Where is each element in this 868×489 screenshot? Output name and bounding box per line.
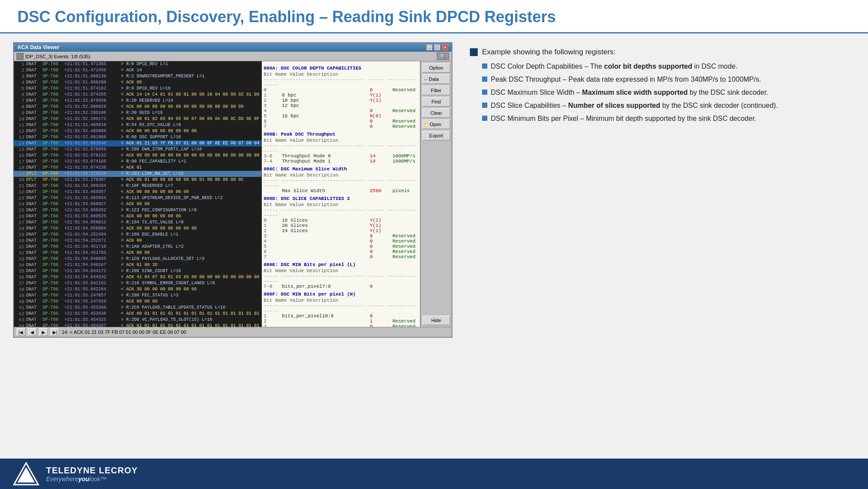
titlebar-buttons[interactable]: _ □ × (426, 44, 448, 50)
detail-section-title: 006B: Peak DSC Throughput (264, 132, 418, 137)
detail-data-row: Max Slice Width 2560 pixels (264, 188, 418, 193)
nav-prev-button[interactable]: ◀ (28, 328, 37, 336)
table-row[interactable]: 5 DNAT DP-T60 +21:01:51.874182 > R:0 DPC… (14, 86, 261, 92)
table-row[interactable]: 22 DNAT DP-T60 +21:01:53.469357 < ACK 00… (14, 189, 261, 195)
data-list-panel[interactable]: 1 DNAT DP-T60 +21:01:51.471383 > R:0 DPC… (14, 61, 262, 327)
table-row[interactable]: 39 DNAT DP-T60 +21:01:55.247857 > R:280 … (14, 293, 261, 299)
table-row[interactable]: 29 DNAT DP-T60 +21:01:54.252494 > R:160 … (14, 232, 261, 238)
folder-icon: 📁 (424, 122, 429, 127)
left-panel: ACA Data Viewer _ □ × |DP_DSC_3| Events:… (13, 42, 452, 479)
bullet-2: Peak DSC Throughput – Peak data rate exp… (482, 74, 846, 85)
detail-data-row: 3 12 bpc (264, 103, 418, 108)
detail-data-row: 6 0 Reserved (264, 249, 418, 254)
option-button[interactable]: Option (422, 63, 450, 73)
table-row[interactable]: 20 DPLT DP-T60 +21:01:53.270307 < ACK 06… (14, 177, 261, 183)
bullet-5: DSC Minimum Bits per Pixel – Minimum bit… (482, 113, 846, 124)
detail-data-row: 7-4 Throughput Mode 1 14 1000MP/s (264, 159, 418, 164)
detail-separator: ----- ----------------------------- ----… (264, 143, 418, 153)
table-row[interactable]: 35 DNAT DP-T60 +21:01:54.844172 > R:200 … (14, 268, 261, 274)
page-header: DSC Configuration, Discovery, Enabling –… (0, 0, 868, 33)
table-row[interactable]: 2 DNAT DP-T60 +21:01:51.471456 > ACK 14 (14, 67, 261, 73)
table-row[interactable]: 32 DNAT DP-T60 +21:01:54.451703 < ACK 00… (14, 250, 261, 256)
sub-bullet-icon-1 (482, 63, 487, 69)
table-row[interactable]: 38 DNAT DP-T60 +21:01:55.042264 < ACK 30… (14, 286, 261, 293)
table-row[interactable]: 25 DNAT DP-T60 +21:01:53.860452 > R:123 … (14, 207, 261, 213)
detail-data-row: 1 8 bpc Y(1) (264, 93, 418, 98)
bullet-3: DSC Maximum Slice Width – Maximum slice … (482, 87, 846, 98)
table-row[interactable]: 14 DNAT DP-T60 +21:01:52.682640 < ACK 01… (14, 140, 261, 146)
table-row[interactable]: 15 DNAT DP-T60 +21:01:52.878059 > R:200 … (14, 146, 261, 153)
open-button[interactable]: 📁 Open (422, 120, 450, 129)
nav-play-button[interactable]: ▶ (39, 328, 48, 336)
detail-separator: ----- ----------------------------- ----… (264, 303, 418, 313)
data-button[interactable]: ← Data (422, 74, 450, 84)
detail-data-row: 7 0 Reserved (264, 124, 418, 129)
table-row[interactable]: 31 DNAT DP-T60 +21:01:54.451710 > R:1A0 … (14, 244, 261, 250)
table-row[interactable]: 37 DNAT DP-T60 +21:01:55.042191 > R:210 … (14, 280, 261, 286)
table-row[interactable]: 17 DNAT DP-T60 +21:01:53.074166 > R:90 F… (14, 159, 261, 165)
export-button[interactable]: Export (422, 131, 450, 140)
minimize-button[interactable]: _ (426, 44, 432, 50)
table-row[interactable]: 26 DNAT DP-T60 +21:01:53.860525 < ACK 00… (14, 213, 261, 220)
maximize-button[interactable]: □ (434, 44, 440, 50)
right-panel: Example showing the following registers:… (461, 42, 855, 479)
table-row[interactable]: 42 DNAT DP-T60 +21:01:55.453438 < ACK 00… (14, 311, 261, 317)
logo-triangle-icon (13, 462, 39, 486)
table-row[interactable]: 18 DNAT DP-T60 +21:01:53.074238 < ACK 01 (14, 165, 261, 171)
table-row[interactable]: 30 DNAT DP-T60 +21:01:54.252571 < ACK 00 (14, 238, 261, 244)
detail-data-row: 7 0 Reserved (264, 254, 418, 259)
close-button[interactable]: × (442, 44, 448, 50)
table-row[interactable]: 28 DNAT DP-T60 +21:01:54.056884 < ACK 00… (14, 226, 261, 232)
table-row[interactable]: 11 DNAT DP-T60 +21:01:52.485016 > R:54 R… (14, 122, 261, 128)
table-row[interactable]: 12 DNAT DP-T60 +21:01:52.485088 < ACK 00… (14, 128, 261, 134)
detail-header: Bit Name Value Description (264, 173, 418, 178)
table-row[interactable]: 24 DNAT DP-T60 +21:01:53.666027 < ACK 00… (14, 201, 261, 207)
table-row[interactable]: 3 DNAT DP-T60 +21:01:51.668138 > R:2 DOW… (14, 73, 261, 80)
detail-header: Bit Name Value Description (264, 268, 418, 273)
table-row[interactable]: 6 DNAT DP-T60 +21:01:51.874255 < ACK 14 … (14, 92, 261, 98)
find-button[interactable]: Find (422, 97, 450, 106)
toolbar-icon[interactable] (17, 53, 23, 60)
sub-bullet-icon-3 (482, 90, 487, 95)
table-row[interactable]: 41 DNAT DP-T60 +21:01:55.453368 > R:2C0 … (14, 305, 261, 311)
search-icon[interactable]: 🔍 (437, 53, 449, 60)
sub-bullet-icon-4 (482, 103, 487, 108)
table-row[interactable]: 44 DNAT DP-T60 +21:01:55.454397 < ACK 01… (14, 323, 261, 327)
footer-logo (13, 462, 39, 486)
table-row[interactable]: 7 DNAT DP-T60 +21:01:52.079959 > R:20 RE… (14, 98, 261, 104)
table-row[interactable]: 16 DNAT DP-T60 +21:01:52.878132 < ACK 00… (14, 153, 261, 159)
aca-toolbar: |DP_DSC_3| Events: 1/8 (535) 🔍 (14, 52, 452, 61)
detail-data-row: 1 bits_per_pixel19:8 0 (264, 313, 418, 319)
nav-first-button[interactable]: |◀ (17, 328, 25, 336)
table-row[interactable]: 19 DPLT DP-T60 +21:01:53.270234 > R:103 … (14, 171, 261, 177)
bullet-3-text: DSC Maximum Slice Width – Maximum slice … (491, 87, 768, 98)
table-row[interactable]: 13 DNAT DP-T60 +21:01:52.681968 > R:60 D… (14, 134, 261, 140)
table-row[interactable]: 4 DNAT DP-T60 +21:01:51.668208 < ACK 00 (14, 80, 261, 86)
table-row[interactable]: 43 DNAT DP-T60 +21:01:55.454325 > R:2D0 … (14, 317, 261, 323)
table-row[interactable]: 1 DNAT DP-T60 +21:01:51.471383 > R:0 DPC… (14, 61, 261, 67)
clear-button[interactable]: Clear (422, 108, 450, 118)
table-row[interactable]: 8 DNAT DP-T60 +21:01:52.080028 < ACK 00 … (14, 104, 261, 110)
detail-separator: ----- ----------------------------- ----… (264, 273, 418, 284)
nav-status: 14: < ACK 01 21 03 7F FB 07 01 00 00 0F … (62, 329, 186, 335)
table-row[interactable]: 23 DNAT DP-T60 +21:01:53.665954 > R:113 … (14, 195, 261, 201)
detail-panel[interactable]: 006A: DSC COLOR DEPTH CAPABILITIESBit Na… (262, 61, 420, 327)
side-buttons: Option ← Data Filter Find Clear 📁 Open E… (420, 61, 452, 327)
table-row[interactable]: 36 DNAT DP-T60 +21:01:54.844242 < ACK 41… (14, 274, 261, 280)
table-row[interactable]: 33 DNAT DP-T60 +21:01:54.648095 > R:1C0 … (14, 256, 261, 262)
detail-data-row: 2 10 bpc Y(1) (264, 98, 418, 103)
table-row[interactable]: 21 DNAT DP-T60 +21:01:53.469284 > R:10F … (14, 183, 261, 189)
bullet-1: DSC Color Depth Capabilities – The color… (482, 61, 846, 72)
table-row[interactable]: 34 DNAT DP-T60 +21:01:54.640167 < ACK 01… (14, 262, 261, 268)
table-row[interactable]: 27 DNAT DP-T60 +21:01:54.056812 > R:154 … (14, 220, 261, 226)
bullet-2-text: Peak DSC Throughput – Peak data rate exp… (491, 74, 761, 85)
table-row[interactable]: 9 DNAT DP-T60 +21:01:52.286100 > R:30 GU… (14, 110, 261, 116)
page-title: DSC Configuration, Discovery, Enabling –… (17, 8, 851, 26)
detail-section-title: 006A: DSC COLOR DEPTH CAPABILITIES (264, 66, 418, 71)
detail-data-row: 3 0 Reserved (264, 324, 418, 327)
filter-button[interactable]: Filter (422, 86, 450, 95)
table-row[interactable]: 10 DNAT DP-T60 +21:01:52.286172 < ACK 00… (14, 116, 261, 122)
hide-button[interactable]: Hide (422, 316, 450, 325)
table-row[interactable]: 40 DNAT DP-T60 +21:01:55.247929 < ACK 00… (14, 299, 261, 305)
nav-next-button[interactable]: ▶| (50, 328, 59, 336)
